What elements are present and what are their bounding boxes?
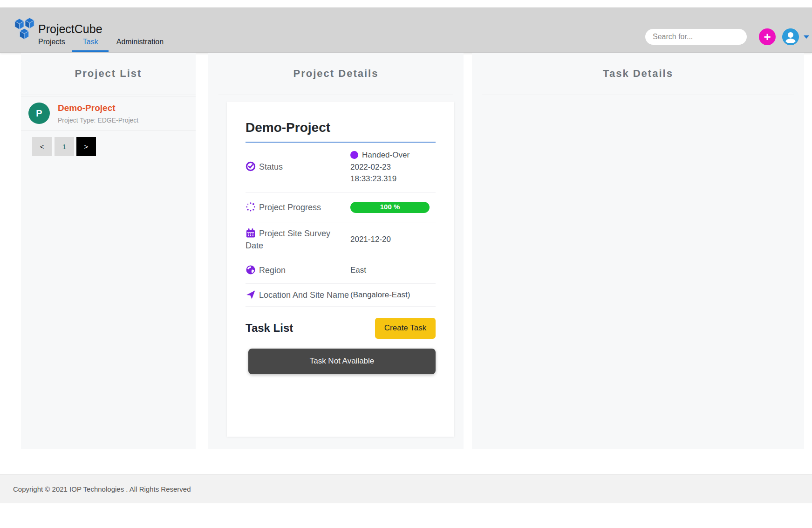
status-time: 18:33:23.319 (350, 173, 436, 185)
task-not-available-toast: Task Not Available (248, 349, 436, 374)
spinner-icon (246, 202, 256, 212)
plus-icon: + (764, 30, 771, 44)
create-task-button[interactable]: Create Task (375, 318, 436, 339)
top-navbar: ProjectCube Projects Task Administration… (0, 7, 812, 53)
region-value: East (350, 264, 436, 276)
divider (218, 95, 453, 95)
status-label: Status (246, 161, 350, 173)
project-item-texts: Demo-Project Project Type: EDGE-Project (58, 103, 138, 124)
task-details-panel: Task Details (472, 53, 804, 449)
location-row: Location And Site Name (Bangalore-East) (246, 284, 436, 307)
navbar-right-cluster: + (645, 28, 809, 45)
project-details-title: Project Details (208, 53, 464, 80)
add-button[interactable]: + (759, 28, 776, 45)
user-avatar-icon[interactable] (782, 28, 799, 45)
globe-icon (246, 265, 256, 275)
nav-tab-task[interactable]: Task (83, 38, 98, 52)
survey-date-row: Project Site Survey Date 2021-12-20 (246, 222, 436, 257)
progress-label: Project Progress (246, 201, 350, 213)
progress-value: 100 % (350, 202, 436, 213)
location-label: Location And Site Name (246, 289, 350, 301)
navigation-icon (246, 289, 256, 300)
status-row: Status Handed-Over 2022-02-23 18:33:23.3… (246, 143, 436, 193)
progress-row: Project Progress 100 % (246, 193, 436, 222)
projectcube-logo-icon (14, 18, 35, 42)
progress-percent-text: 100 % (380, 202, 400, 213)
survey-date-label: Project Site Survey Date (246, 227, 350, 252)
status-dot-icon (350, 151, 358, 159)
location-value: (Bangalore-East) (350, 289, 436, 301)
nav-tab-projects[interactable]: Projects (38, 38, 65, 52)
copyright-text: Copyright © 2021 IOP Technologies . All … (13, 485, 191, 493)
project-avatar: P (28, 103, 50, 124)
footer: Copyright © 2021 IOP Technologies . All … (0, 474, 812, 503)
status-text: Handed-Over (362, 149, 409, 161)
project-list-panel: Project List P Demo-Project Project Type… (21, 53, 196, 449)
project-details-panel: Project Details Demo-Project Status (208, 53, 464, 449)
search-input[interactable] (645, 29, 747, 45)
project-details-card: Demo-Project Status Handed-Over (227, 102, 454, 437)
divider (482, 95, 794, 95)
project-type: Project Type: EDGE-Project (58, 117, 138, 124)
project-list-title: Project List (21, 53, 196, 80)
pagination-prev-button[interactable]: < (32, 137, 52, 156)
pagination-next-button[interactable]: > (76, 137, 96, 156)
status-date: 2022-02-23 (350, 161, 436, 173)
progress-bar: 100 % (350, 202, 430, 213)
status-value: Handed-Over 2022-02-23 18:33:23.319 (350, 149, 436, 185)
check-circle-icon (246, 161, 256, 171)
project-heading: Demo-Project (246, 120, 436, 143)
region-label: Region (246, 264, 350, 276)
nav-tab-administration[interactable]: Administration (116, 38, 164, 52)
pagination-page-1-button[interactable]: 1 (55, 137, 74, 156)
main-nav: Projects Task Administration (38, 38, 164, 52)
region-row: Region East (246, 257, 436, 284)
project-name[interactable]: Demo-Project (58, 103, 138, 113)
main-content: Project List P Demo-Project Project Type… (0, 53, 812, 449)
task-list-heading: Task List (246, 322, 293, 335)
project-list-item[interactable]: P Demo-Project Project Type: EDGE-Projec… (21, 96, 196, 130)
divider (21, 95, 196, 95)
pagination: < 1 > (32, 137, 196, 156)
task-list-header-row: Task List Create Task (246, 318, 436, 339)
account-dropdown-caret-icon[interactable] (804, 35, 809, 39)
task-details-title: Task Details (472, 53, 804, 80)
app-title: ProjectCube (38, 22, 102, 36)
survey-date-value: 2021-12-20 (350, 233, 436, 246)
toast-message: Task Not Available (310, 357, 375, 366)
calendar-icon (246, 228, 256, 238)
